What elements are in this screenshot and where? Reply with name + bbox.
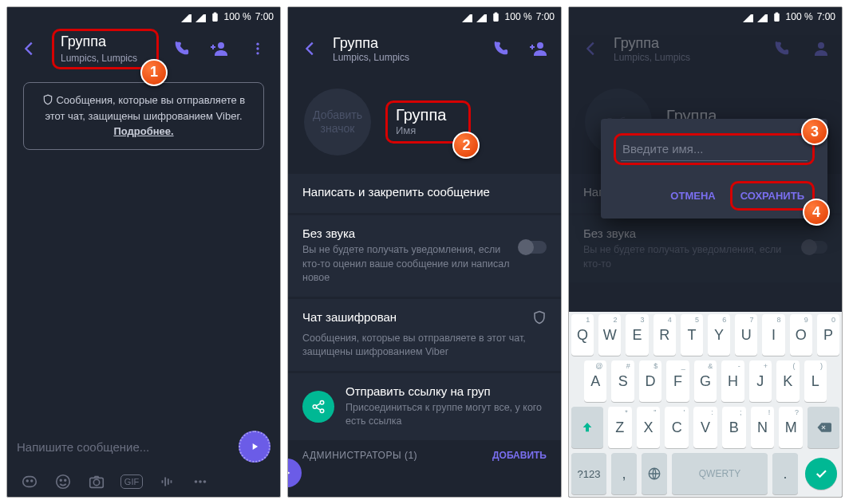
- menu-button[interactable]: [242, 33, 274, 65]
- key-x[interactable]: X": [637, 407, 661, 448]
- svg-point-3: [256, 43, 259, 45]
- svg-point-2: [218, 42, 224, 49]
- name-input[interactable]: [621, 137, 808, 161]
- add-person-button[interactable]: [203, 33, 235, 65]
- svg-rect-24: [775, 12, 777, 14]
- rename-dialog: 3 ОТМЕНА СОХРАНИТЬ 4: [601, 119, 827, 219]
- comma-key[interactable]: ,: [611, 453, 637, 494]
- key-a[interactable]: A@: [584, 360, 606, 402]
- key-s[interactable]: S#: [611, 360, 634, 402]
- key-l[interactable]: L): [804, 360, 827, 402]
- symbols-key[interactable]: ?123: [571, 453, 606, 494]
- call-button[interactable]: [484, 33, 516, 65]
- key-h[interactable]: H-: [721, 360, 744, 402]
- admins-add-button[interactable]: ДОБАВИТЬ: [492, 450, 547, 461]
- group-info-scroll[interactable]: Добавить значок Группа Имя 2 Написать и …: [288, 71, 561, 497]
- key-p[interactable]: P0: [817, 314, 839, 356]
- encrypted-row[interactable]: Чат зашифрован Сообщения, которые вы отп…: [288, 299, 561, 371]
- message-input[interactable]: Напишите сообщение...: [17, 440, 231, 454]
- shift-key[interactable]: [571, 407, 603, 448]
- svg-rect-6: [23, 477, 37, 487]
- signal-icon: [476, 12, 487, 22]
- key-v[interactable]: V:: [693, 407, 717, 448]
- period-key[interactable]: .: [772, 453, 798, 494]
- key-i[interactable]: I8: [762, 314, 784, 356]
- save-button[interactable]: СОХРАНИТЬ: [733, 183, 812, 208]
- gif-icon[interactable]: GIF: [120, 474, 143, 489]
- cancel-button[interactable]: ОТМЕНА: [662, 181, 723, 211]
- chat-subtitle: Lumpics, Lumpics: [333, 52, 478, 63]
- key-t[interactable]: T5: [681, 314, 703, 356]
- phone-screen-2: 100 % 7:00 Группа Lumpics, Lumpics Добав…: [287, 6, 562, 498]
- mute-row[interactable]: Без звука Вы не будете получать уведомле…: [288, 215, 561, 297]
- check-icon: [814, 467, 828, 481]
- send-voice-button[interactable]: [239, 431, 270, 463]
- audio-icon[interactable]: [157, 472, 176, 491]
- key-n[interactable]: N!: [751, 407, 775, 448]
- svg-rect-1: [213, 12, 215, 14]
- chat-title: Группа: [333, 35, 478, 52]
- back-button[interactable]: [14, 33, 45, 65]
- key-f[interactable]: F_: [666, 360, 689, 402]
- shield-icon: [532, 310, 547, 325]
- call-button[interactable]: [165, 33, 197, 65]
- group-name-button[interactable]: Группа Имя 2: [385, 100, 471, 144]
- rail-voice-button[interactable]: [287, 459, 302, 487]
- chat-title-area[interactable]: Группа Lumpics, Lumpics 1: [52, 29, 159, 69]
- key-g[interactable]: G&: [694, 360, 717, 402]
- key-o[interactable]: O9: [790, 314, 812, 356]
- key-e[interactable]: E3: [626, 314, 648, 356]
- group-info-header: Добавить значок Группа Имя 2: [288, 71, 561, 171]
- signal-icon: [195, 12, 206, 22]
- svg-point-4: [256, 47, 259, 49]
- attachment-row: GIF: [7, 467, 280, 497]
- chat-body: Сообщения, которые вы отправляете в этот…: [7, 71, 280, 427]
- share-link-row[interactable]: Отправить ссылку на груп Присоединиться …: [288, 373, 561, 440]
- key-c[interactable]: C': [665, 407, 689, 448]
- emoji-icon[interactable]: [53, 472, 73, 491]
- key-m[interactable]: M?: [779, 407, 803, 448]
- svg-rect-17: [493, 13, 499, 21]
- status-bar: 100 % 7:00: [288, 7, 561, 26]
- key-d[interactable]: D$: [639, 360, 661, 402]
- keyboard[interactable]: Q1W2E3R4T5Y6U7I8O9P0 A@S#D$F_G&H-J+K(L) …: [569, 312, 842, 497]
- key-q[interactable]: Q1: [571, 314, 594, 356]
- pin-message-row[interactable]: Написать и закрепить сообщение: [288, 174, 561, 213]
- camera-icon[interactable]: [87, 472, 106, 491]
- more-icon[interactable]: [191, 472, 210, 491]
- svg-point-13: [93, 479, 99, 485]
- backspace-key[interactable]: [808, 407, 839, 448]
- key-w[interactable]: W2: [598, 314, 621, 356]
- key-b[interactable]: B;: [722, 407, 746, 448]
- key-k[interactable]: K(: [776, 360, 799, 402]
- key-r[interactable]: R4: [654, 314, 676, 356]
- key-u[interactable]: U7: [735, 314, 757, 356]
- key-j[interactable]: J+: [749, 360, 772, 402]
- sticker-icon[interactable]: [20, 472, 39, 491]
- app-bar: Группа Lumpics, Lumpics: [288, 26, 561, 71]
- battery-text: 100 %: [786, 11, 813, 22]
- encryption-link[interactable]: Подробнее.: [113, 125, 173, 137]
- language-key[interactable]: [642, 453, 667, 494]
- add-avatar-button[interactable]: Добавить значок: [304, 89, 371, 156]
- add-person-button[interactable]: [523, 33, 555, 65]
- rename-dialog-wrapper: 3 ОТМЕНА СОХРАНИТЬ 4: [601, 119, 827, 219]
- backspace-icon: [815, 419, 831, 435]
- key-z[interactable]: Z*: [608, 407, 632, 448]
- encryption-notice[interactable]: Сообщения, которые вы отправляете в этот…: [23, 82, 264, 150]
- space-key[interactable]: QWERTY: [672, 453, 768, 494]
- svg-point-14: [195, 480, 198, 483]
- chat-title-area[interactable]: Группа Lumpics, Lumpics: [333, 35, 478, 63]
- phone-screen-3: 100 % 7:00 Группа Lumpics, Lumpics Доба …: [568, 6, 843, 498]
- group-name-sub: Имя: [396, 124, 446, 136]
- back-button[interactable]: [294, 33, 326, 65]
- step-badge-3: 3: [801, 118, 828, 145]
- enter-key[interactable]: [805, 458, 837, 490]
- key-y[interactable]: Y6: [708, 314, 730, 356]
- message-input-bar: Напишите сообщение...: [7, 427, 280, 467]
- admins-row: АДМИНИСТРАТОРЫ (1) ДОБАВИТЬ: [288, 440, 561, 471]
- svg-point-11: [65, 479, 66, 481]
- mute-toggle[interactable]: [519, 241, 547, 254]
- battery-text: 100 %: [505, 11, 532, 22]
- battery-icon: [491, 12, 501, 22]
